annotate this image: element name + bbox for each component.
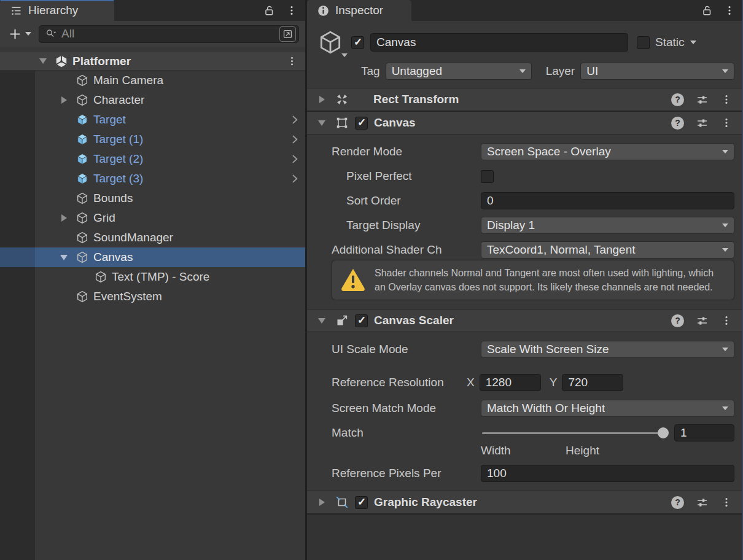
row-label: EventSystem <box>93 290 162 303</box>
component-header-graphic-raycaster[interactable]: Graphic Raycaster ? <box>307 491 743 514</box>
hierarchy-row-target[interactable]: Target <box>0 110 305 130</box>
create-object-button[interactable] <box>6 26 34 42</box>
hierarchy-row-canvas[interactable]: Canvas <box>0 247 305 267</box>
foldout-icon[interactable] <box>318 318 325 324</box>
component-enabled-checkbox[interactable] <box>355 117 368 130</box>
match-label: Match <box>332 426 481 440</box>
component-enabled-checkbox[interactable] <box>355 496 368 509</box>
component-title: Canvas <box>374 116 416 130</box>
kebab-menu-icon[interactable] <box>720 314 733 327</box>
sort-order-field[interactable] <box>481 192 734 209</box>
lock-open-icon[interactable] <box>700 4 714 17</box>
presets-icon[interactable] <box>696 117 709 130</box>
match-slider[interactable] <box>481 424 667 441</box>
hierarchy-panel: Hierarchy Pla <box>0 0 305 560</box>
lock-open-icon[interactable] <box>262 4 276 17</box>
active-checkbox[interactable] <box>351 36 364 49</box>
reference-resolution-y-field[interactable] <box>562 374 623 391</box>
hierarchy-row-text-tmp-score[interactable]: Text (TMP) - Score <box>0 267 305 287</box>
row-label: Target (2) <box>93 152 143 166</box>
target-display-dropdown[interactable]: Display 1 <box>481 217 734 234</box>
tag-dropdown[interactable]: Untagged <box>386 63 532 80</box>
search-popout-button[interactable] <box>279 26 296 42</box>
cube-outline-icon <box>76 290 89 303</box>
kebab-menu-icon[interactable] <box>720 117 733 129</box>
component-header-canvas-scaler[interactable]: Canvas Scaler ? <box>307 309 743 332</box>
scene-foldout-icon[interactable] <box>39 58 47 64</box>
gameobject-name-field[interactable] <box>370 33 628 52</box>
reference-resolution-x-field[interactable] <box>480 374 541 391</box>
caret-down-icon <box>722 348 728 351</box>
caret-down-icon <box>722 248 728 252</box>
presets-icon[interactable] <box>696 93 709 106</box>
search-input[interactable] <box>61 27 275 41</box>
cube-outline-icon <box>76 231 89 244</box>
gameobject-cube-icon[interactable] <box>317 29 344 56</box>
layer-dropdown[interactable]: UI <box>580 63 734 80</box>
additional-shader-channels-dropdown[interactable]: TexCoord1, Normal, Tangent <box>481 241 734 259</box>
hierarchy-row-main-camera[interactable]: Main Camera <box>0 71 305 90</box>
icon-picker-caret-icon[interactable] <box>341 53 348 57</box>
render-mode-dropdown[interactable]: Screen Space - Overlay <box>481 143 734 160</box>
tab-inspector-label: Inspector <box>335 4 383 17</box>
row-label: Character <box>93 93 144 107</box>
scene-kebab-icon[interactable] <box>286 55 298 67</box>
inspector-bottom-area <box>307 514 743 560</box>
prefab-open-chevron-icon[interactable] <box>289 114 301 126</box>
kebab-menu-icon[interactable] <box>286 4 298 17</box>
inspector-panel: Inspector Static <box>307 0 743 560</box>
prefab-open-chevron-icon[interactable] <box>289 173 301 185</box>
y-label: Y <box>550 376 558 389</box>
kebab-menu-icon[interactable] <box>723 4 736 17</box>
prefab-open-chevron-icon[interactable] <box>289 153 301 165</box>
reference-pixels-per-label: Reference Pixels Per <box>332 467 481 480</box>
component-title: Rect Transform <box>373 93 459 106</box>
component-header-rect-transform[interactable]: Rect Transform ? <box>307 88 743 111</box>
hierarchy-search[interactable] <box>39 25 299 43</box>
foldout-icon[interactable] <box>318 120 325 126</box>
help-icon[interactable]: ? <box>671 314 684 327</box>
kebab-menu-icon[interactable] <box>720 93 733 106</box>
screen-match-mode-dropdown[interactable]: Match Width Or Height <box>481 400 734 417</box>
foldout-icon[interactable] <box>319 96 325 103</box>
presets-icon[interactable] <box>696 496 709 509</box>
foldout-icon[interactable] <box>61 214 67 222</box>
help-icon[interactable]: ? <box>671 496 684 509</box>
slider-track[interactable] <box>482 432 666 434</box>
tab-hierarchy[interactable]: Hierarchy <box>0 0 114 21</box>
sort-order-label: Sort Order <box>332 194 481 208</box>
kebab-menu-icon[interactable] <box>720 496 733 508</box>
hierarchy-row-target-3[interactable]: Target (3) <box>0 169 305 189</box>
ui-scale-mode-value: Scale With Screen Size <box>487 343 609 356</box>
foldout-icon[interactable] <box>60 255 68 260</box>
render-mode-value: Screen Space - Overlay <box>487 145 611 158</box>
cube-outline-icon <box>76 251 89 264</box>
hierarchy-row-character[interactable]: Character <box>0 90 305 110</box>
ui-scale-mode-dropdown[interactable]: Scale With Screen Size <box>481 341 734 358</box>
hierarchy-row-bounds[interactable]: Bounds <box>0 189 305 208</box>
static-caret-icon[interactable] <box>690 41 696 44</box>
reference-pixels-per-field[interactable] <box>481 465 734 482</box>
help-icon[interactable]: ? <box>671 93 684 106</box>
hierarchy-row-target-1[interactable]: Target (1) <box>0 130 305 149</box>
help-icon[interactable]: ? <box>671 117 684 130</box>
component-header-canvas[interactable]: Canvas ? <box>307 111 743 134</box>
static-checkbox[interactable] <box>637 36 650 49</box>
scene-row[interactable]: Platformer <box>0 52 305 71</box>
hierarchy-row-soundmanager[interactable]: SoundManager <box>0 228 305 247</box>
foldout-icon[interactable] <box>61 96 67 104</box>
prefab-open-chevron-icon[interactable] <box>289 133 301 146</box>
caret-down-icon <box>25 32 31 36</box>
slider-handle[interactable] <box>658 427 669 438</box>
caret-down-icon <box>722 406 728 410</box>
search-icon[interactable] <box>45 28 57 40</box>
pixel-perfect-checkbox[interactable] <box>481 170 494 183</box>
foldout-icon[interactable] <box>319 499 325 506</box>
component-enabled-checkbox[interactable] <box>355 314 368 327</box>
hierarchy-row-grid[interactable]: Grid <box>0 208 305 228</box>
presets-icon[interactable] <box>696 314 709 327</box>
hierarchy-row-target-2[interactable]: Target (2) <box>0 149 305 169</box>
match-value-field[interactable] <box>674 424 734 441</box>
tab-inspector[interactable]: Inspector <box>307 0 411 21</box>
hierarchy-row-eventsystem[interactable]: EventSystem <box>0 287 305 306</box>
